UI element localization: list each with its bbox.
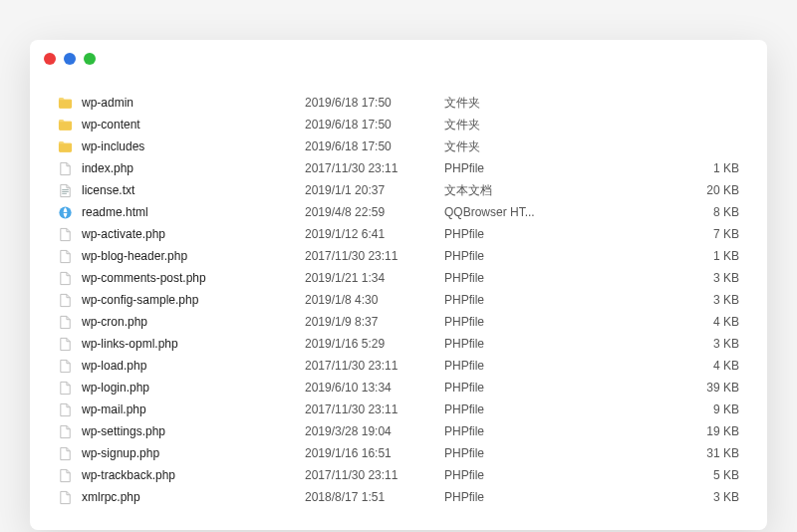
file-row[interactable]: index.php2017/11/30 23:11PHPfile1 KB [30, 157, 767, 179]
file-icon [58, 293, 76, 308]
file-date: 2017/11/30 23:11 [305, 402, 444, 416]
file-size: 3 KB [564, 337, 747, 351]
file-name: wp-includes [76, 139, 305, 153]
file-size: 8 KB [564, 205, 747, 219]
file-size: 39 KB [564, 381, 747, 395]
file-date: 2019/1/21 1:34 [305, 271, 444, 285]
file-date: 2017/11/30 23:11 [305, 359, 444, 373]
file-size: 3 KB [564, 490, 747, 504]
file-name: wp-cron.php [76, 315, 305, 329]
close-button[interactable] [44, 53, 56, 65]
folder-icon [58, 118, 76, 133]
file-size: 20 KB [564, 183, 747, 197]
file-date: 2019/6/18 17:50 [305, 139, 444, 153]
file-icon [58, 381, 76, 396]
file-type: PHPfile [444, 315, 564, 329]
file-date: 2019/1/1 20:37 [305, 183, 444, 197]
file-type: 文件夹 [444, 138, 564, 155]
file-name: wp-login.php [76, 381, 305, 395]
file-size: 7 KB [564, 227, 747, 241]
file-name: wp-comments-post.php [76, 271, 305, 285]
file-icon [58, 271, 76, 286]
file-icon [58, 337, 76, 352]
folder-icon [58, 139, 76, 154]
file-row[interactable]: wp-comments-post.php2019/1/21 1:34PHPfil… [30, 267, 767, 289]
file-date: 2017/11/30 23:11 [305, 161, 444, 175]
file-row[interactable]: wp-blog-header.php2017/11/30 23:11PHPfil… [30, 245, 767, 267]
folder-icon [58, 96, 76, 111]
file-row[interactable]: wp-config-sample.php2019/1/8 4:30PHPfile… [30, 289, 767, 311]
file-icon [58, 315, 76, 330]
file-size: 31 KB [564, 446, 747, 460]
file-row[interactable]: wp-settings.php2019/3/28 19:04PHPfile19 … [30, 420, 767, 442]
file-name: wp-content [76, 118, 305, 132]
file-name: wp-links-opml.php [76, 337, 305, 351]
finder-window: wp-admin2019/6/18 17:50文件夹wp-content2019… [30, 40, 767, 530]
file-name: wp-settings.php [76, 424, 305, 438]
file-icon [58, 490, 76, 505]
file-type: PHPfile [444, 161, 564, 175]
file-row[interactable]: wp-links-opml.php2019/1/16 5:29PHPfile3 … [30, 333, 767, 355]
file-type: PHPfile [444, 381, 564, 395]
minimize-button[interactable] [64, 53, 76, 65]
zoom-button[interactable] [84, 53, 96, 65]
text-icon [58, 183, 76, 198]
titlebar [30, 40, 767, 78]
file-type: PHPfile [444, 402, 564, 416]
file-row[interactable]: wp-load.php2017/11/30 23:11PHPfile4 KB [30, 355, 767, 377]
file-icon [58, 249, 76, 264]
file-size: 1 KB [564, 249, 747, 263]
file-row[interactable]: license.txt2019/1/1 20:37文本文档20 KB [30, 179, 767, 201]
file-type: PHPfile [444, 446, 564, 460]
file-row[interactable]: wp-activate.php2019/1/12 6:41PHPfile7 KB [30, 223, 767, 245]
file-size: 19 KB [564, 424, 747, 438]
file-date: 2019/3/28 19:04 [305, 424, 444, 438]
file-type: QQBrowser HT... [444, 205, 564, 219]
file-date: 2019/6/10 13:34 [305, 381, 444, 395]
file-row[interactable]: wp-trackback.php2017/11/30 23:11PHPfile5… [30, 464, 767, 486]
file-row[interactable]: wp-includes2019/6/18 17:50文件夹 [30, 135, 767, 157]
file-name: wp-admin [76, 96, 305, 110]
file-size: 9 KB [564, 402, 747, 416]
file-size: 5 KB [564, 468, 747, 482]
file-name: wp-blog-header.php [76, 249, 305, 263]
file-size: 4 KB [564, 359, 747, 373]
file-name: wp-activate.php [76, 227, 305, 241]
file-type: 文件夹 [444, 117, 564, 133]
file-row[interactable]: wp-signup.php2019/1/16 16:51PHPfile31 KB [30, 442, 767, 464]
file-name: wp-config-sample.php [76, 293, 305, 307]
file-type: PHPfile [444, 424, 564, 438]
file-listing: wp-admin2019/6/18 17:50文件夹wp-content2019… [30, 78, 767, 530]
file-date: 2017/11/30 23:11 [305, 468, 444, 482]
file-row[interactable]: wp-admin2019/6/18 17:50文件夹 [30, 92, 767, 114]
file-icon [58, 446, 76, 461]
file-date: 2019/6/18 17:50 [305, 118, 444, 132]
file-row[interactable]: wp-cron.php2019/1/9 8:37PHPfile4 KB [30, 311, 767, 333]
file-date: 2018/8/17 1:51 [305, 490, 444, 504]
file-date: 2019/6/18 17:50 [305, 96, 444, 110]
file-icon [58, 468, 76, 483]
file-type: PHPfile [444, 490, 564, 504]
file-name: readme.html [76, 205, 305, 219]
file-type: PHPfile [444, 293, 564, 307]
file-row[interactable]: wp-mail.php2017/11/30 23:11PHPfile9 KB [30, 399, 767, 420]
file-date: 2019/1/16 5:29 [305, 337, 444, 351]
file-row[interactable]: xmlrpc.php2018/8/17 1:51PHPfile3 KB [30, 486, 767, 508]
file-date: 2019/1/9 8:37 [305, 315, 444, 329]
file-name: xmlrpc.php [76, 490, 305, 504]
file-type: PHPfile [444, 227, 564, 241]
file-date: 2019/4/8 22:59 [305, 205, 444, 219]
file-row[interactable]: readme.html2019/4/8 22:59QQBrowser HT...… [30, 201, 767, 223]
file-size: 1 KB [564, 161, 747, 175]
file-icon [58, 359, 76, 374]
file-icon [58, 227, 76, 242]
file-date: 2019/1/8 4:30 [305, 293, 444, 307]
file-row[interactable]: wp-login.php2019/6/10 13:34PHPfile39 KB [30, 377, 767, 399]
file-type: PHPfile [444, 337, 564, 351]
file-name: wp-signup.php [76, 446, 305, 460]
file-date: 2019/1/16 16:51 [305, 446, 444, 460]
file-date: 2017/11/30 23:11 [305, 249, 444, 263]
file-row[interactable]: wp-content2019/6/18 17:50文件夹 [30, 114, 767, 135]
file-name: wp-load.php [76, 359, 305, 373]
file-name: license.txt [76, 183, 305, 197]
